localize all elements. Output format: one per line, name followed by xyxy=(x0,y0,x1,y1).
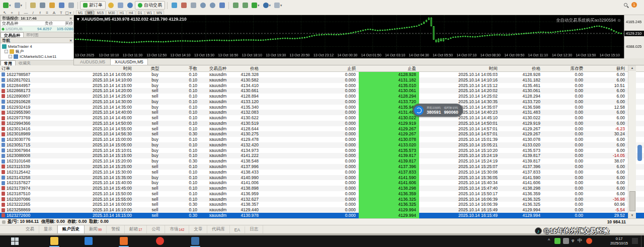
crosshair-tool[interactable]: + xyxy=(9,11,15,15)
history-row[interactable]: 16229106282025.10.14 14:30:00buy0.10xauu… xyxy=(0,99,644,105)
show-desktop-button[interactable] xyxy=(641,235,644,247)
col-bid[interactable]: 卖价 xyxy=(32,21,53,26)
col-symbol[interactable]: 交易品种 xyxy=(1,21,32,26)
history-row[interactable]: 16228170212025.10.14 14:10:00buy0.10xauu… xyxy=(0,77,644,83)
file-explorer-icon[interactable] xyxy=(50,237,58,245)
bars-mode-button[interactable] xyxy=(231,1,240,10)
cursor-tool[interactable]: ↖ xyxy=(2,11,8,15)
chart-area[interactable]: ▼ XAUUSDm,M5 4130.978 4132.032 4128.790 … xyxy=(74,15,624,58)
vline-tool[interactable]: | xyxy=(16,11,22,15)
timeframe-m30[interactable]: M30 xyxy=(106,11,117,15)
history-row[interactable]: 16231875102025.10.14 15:50:00sell0.10xau… xyxy=(0,191,644,197)
timeframe-h4[interactable]: H4 xyxy=(127,11,135,15)
objects-button[interactable] xyxy=(47,1,56,10)
history-row[interactable]: 16231254422025.10.14 15:30:00sell0.10xau… xyxy=(0,170,644,175)
history-row[interactable]: 16231432582025.10.14 15:35:00buy0.10xauu… xyxy=(0,175,644,181)
tray-chevron-icon[interactable]: ^ xyxy=(548,238,550,243)
chart-tab-audusd[interactable]: AUDUSD,M5 xyxy=(76,58,109,65)
label-tool[interactable]: T xyxy=(58,11,64,15)
history-row[interactable]: 16231153392025.10.14 15:25:00sell0.10xau… xyxy=(0,164,644,170)
tile-windows-button[interactable] xyxy=(217,1,226,10)
window-scrollbar-thumb[interactable] xyxy=(637,145,642,161)
scroll-up-icon[interactable]: ▲ xyxy=(628,65,636,71)
symbol-row[interactable]: ◆ USDRUB 94.8257 105.0286 xyxy=(1,26,73,32)
timeframe-m15[interactable]: M15 xyxy=(95,11,106,15)
timeframe-d1[interactable]: D1 xyxy=(136,11,144,15)
header-open-time[interactable]: 时间 xyxy=(53,65,135,72)
channel-tool[interactable]: ≡ xyxy=(44,11,50,15)
header-sl[interactable]: 止损 xyxy=(262,65,359,72)
history-row[interactable]: 16232070862025.10.14 15:55:00sell0.10xau… xyxy=(0,197,644,202)
autotrading-button[interactable]: 自动交易 xyxy=(135,1,165,10)
history-row[interactable]: 16228908072025.10.14 14:25:00sell0.10xau… xyxy=(0,94,644,99)
candles-mode-button[interactable] xyxy=(240,1,250,10)
fibonacci-tool[interactable]: f xyxy=(37,11,43,15)
profiles-button[interactable]: ▾ xyxy=(13,1,24,10)
terminal-tab-EA[interactable]: EA xyxy=(230,226,245,233)
new-chart-button[interactable]: ▾ xyxy=(2,1,13,10)
timeframe-h1[interactable]: H1 xyxy=(118,11,126,15)
terminal-tab-日志[interactable]: 日志 xyxy=(245,225,263,233)
header-order[interactable]: 订单 xyxy=(0,65,53,72)
history-center-button[interactable] xyxy=(106,1,115,10)
timeframe-m5[interactable]: M5 xyxy=(86,11,95,15)
wechat-tray-icon[interactable] xyxy=(554,238,560,244)
timeframe-m1[interactable]: M1 xyxy=(76,11,85,15)
crosshair-button[interactable] xyxy=(38,1,47,10)
add-indicator-button[interactable]: ▾ xyxy=(250,1,261,10)
terminal-tab-交易[interactable]: 交易 xyxy=(21,225,39,233)
tree-item-accounts[interactable]: -账户 xyxy=(1,49,73,54)
history-row[interactable]: 16228681732025.10.14 14:20:00sell0.10xau… xyxy=(0,88,644,94)
print-button[interactable] xyxy=(116,1,125,10)
scroll-down-icon[interactable]: ▼ xyxy=(628,213,636,218)
shapes-tool[interactable]: ▢▾ xyxy=(65,11,71,15)
chart-shift-button[interactable] xyxy=(28,1,37,10)
taskbar-app-red-icon[interactable] xyxy=(156,237,164,245)
taskbar-app-blue-icon[interactable] xyxy=(85,237,93,245)
history-row[interactable]: 16231016482025.10.14 15:20:00buy0.30xauu… xyxy=(0,158,644,164)
trendline-tool[interactable]: / xyxy=(30,11,36,15)
table-scrollbar[interactable]: ▲ ▼ xyxy=(628,65,636,218)
remote-tool-overlay[interactable]: 本机识别码380591 临时验证码990060 xyxy=(413,104,463,117)
close-icon[interactable]: × xyxy=(69,16,72,21)
notification-badge[interactable]: 1 xyxy=(631,2,637,8)
header-close-time[interactable]: 时间 xyxy=(419,65,501,72)
metatrader-taskbar-icon[interactable] xyxy=(191,237,199,245)
start-button[interactable] xyxy=(11,237,19,245)
close-icon[interactable]: × xyxy=(69,38,72,43)
tree-item-metatrader[interactable]: MetaTrader 4 xyxy=(1,44,73,49)
history-row[interactable]: 16230517152025.10.14 15:05:00buy0.10xauu… xyxy=(0,142,644,148)
ime-keyboard-icon[interactable] xyxy=(563,238,569,244)
notification-center-icon[interactable] xyxy=(632,238,638,244)
ime-language-indicator[interactable]: 中 xyxy=(578,237,582,244)
scrollbar-thumb[interactable] xyxy=(629,191,635,211)
timeframe-w1[interactable]: W1 xyxy=(145,11,154,15)
history-row[interactable]: 16231578272025.10.14 15:40:00buy0.10xauu… xyxy=(0,180,644,186)
header-type[interactable]: 类型 xyxy=(135,65,175,72)
terminal-tab-代码库[interactable]: 代码库 xyxy=(207,225,230,233)
header-profit[interactable]: 获利 xyxy=(586,65,628,72)
text-tool[interactable]: A xyxy=(51,11,57,15)
new-window-button[interactable] xyxy=(57,1,66,10)
header-price[interactable]: 价格 xyxy=(235,65,262,72)
terminal-tab-邮箱[interactable]: 邮箱17 xyxy=(125,225,147,233)
history-row[interactable]: 16231739742025.10.14 15:45:00sell0.10xau… xyxy=(0,186,644,191)
history-row[interactable]: 16230880082025.10.14 15:15:00buy0.10xauu… xyxy=(0,153,644,158)
history-row[interactable]: 16232726002025.10.14 16:15:00sell0.30xau… xyxy=(0,213,644,218)
header-symbol[interactable]: 交易品种 xyxy=(200,65,235,72)
terminal-tab-公司[interactable]: 公司 xyxy=(147,225,165,233)
header-tp[interactable]: 止盈 xyxy=(359,65,419,72)
input-indicator-small[interactable]: φ xyxy=(572,238,574,242)
zoom-box-button[interactable] xyxy=(66,1,75,10)
periods-button[interactable]: ▾ xyxy=(262,1,273,10)
zoom-in-button[interactable] xyxy=(198,1,207,10)
web-button[interactable] xyxy=(125,1,134,10)
taskbar-clock[interactable]: 0:172025/10/15 xyxy=(610,236,628,245)
history-row[interactable]: 16230307762025.10.14 15:00:00buy0.10xauu… xyxy=(0,137,644,142)
history-row[interactable]: 16230679842025.10.14 15:10:01buy0.10xauu… xyxy=(0,148,644,153)
terminal-tab-市场[interactable]: 市场142 xyxy=(165,225,189,233)
chart-tab-xauusdm[interactable]: XAUUSDm,M5 xyxy=(110,58,148,65)
header-swap[interactable]: 库存费 xyxy=(543,65,586,72)
angle-button[interactable] xyxy=(189,1,198,10)
history-row[interactable]: 16230189892025.10.14 14:56:30sell0.30xau… xyxy=(0,131,644,137)
